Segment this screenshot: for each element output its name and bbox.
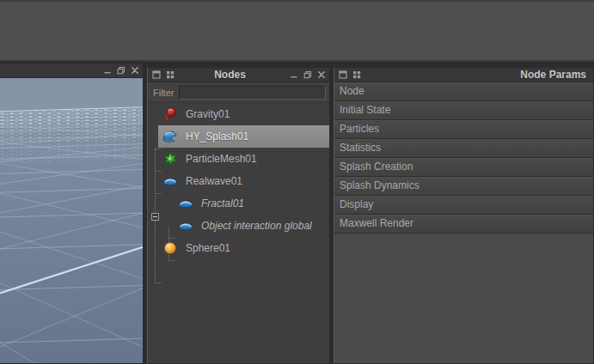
section-splash-creation[interactable]: Splash Creation [334,158,593,177]
node-item-realwave01[interactable]: Realwave01 [148,170,329,192]
dock-icon[interactable] [151,70,161,80]
section-maxwell-render[interactable]: Maxwell Render [334,215,593,234]
node-label: HY_Splash01 [186,130,248,143]
nodes-tree: Gravity01 HY_Splash01 ParticleMesh01 Rea… [148,103,329,363]
viewport-3d[interactable] [0,78,143,363]
node-item-fractal01[interactable]: Fractal01 [148,192,329,215]
node-item-gravity01[interactable]: Gravity01 [148,103,329,125]
section-node[interactable]: Node [334,82,593,101]
params-titlebar: Node Params [334,68,593,82]
tile-icon[interactable] [165,70,175,80]
filter-row: Filter [148,82,329,103]
node-item-object-interaction-global[interactable]: Object interaction global [148,215,329,237]
filter-input[interactable] [179,86,326,100]
section-particles[interactable]: Particles [334,120,593,139]
node-label: ParticleMesh01 [186,153,257,165]
wave-icon [177,217,194,234]
wave-icon [177,195,194,212]
node-item-particlemesh01[interactable]: ParticleMesh01 [148,148,329,170]
section-display[interactable]: Display [334,196,593,215]
nodes-panel: Nodes Filter Gravity01 [147,67,330,364]
node-label: Object interaction global [201,220,312,232]
collapse-expander-icon[interactable] [151,213,159,221]
node-label: Realwave01 [186,175,242,187]
wireframe-grid [0,78,143,363]
node-params-panel: Node Params Node Initial State Particles… [334,67,594,364]
nodes-titlebar: Nodes [148,68,329,82]
section-initial-state[interactable]: Initial State [334,101,593,120]
tile-icon[interactable] [352,70,361,80]
node-label: Gravity01 [186,108,230,120]
float-icon[interactable] [116,66,126,76]
sphere-icon [162,240,179,257]
top-toolbar-area [0,0,594,62]
tree-guide-line [155,282,162,283]
node-item-sphere01[interactable]: Sphere01 [148,237,329,259]
minimize-icon[interactable] [102,66,112,76]
nodes-panel-title: Nodes [175,69,285,81]
close-icon[interactable] [316,70,326,80]
tree-guide-line [168,260,175,261]
particle-mesh-icon [162,150,179,167]
wave-icon [162,173,179,190]
splash-icon [162,128,179,145]
dock-icon[interactable] [338,70,347,80]
viewport-panel [0,63,144,364]
viewport-titlebar [0,64,143,78]
gravity-icon [162,106,179,123]
node-item-hy-splash01[interactable]: HY_Splash01 [148,125,329,148]
float-icon[interactable] [303,70,312,80]
filter-label: Filter [153,88,174,98]
section-statistics[interactable]: Statistics [334,139,593,158]
close-icon[interactable] [130,66,139,76]
section-splash-dynamics[interactable]: Splash Dynamics [334,177,593,196]
node-label: Fractal01 [201,197,244,209]
params-panel-title: Node Params [361,69,590,81]
minimize-icon[interactable] [289,70,298,80]
node-label: Sphere01 [186,242,230,254]
